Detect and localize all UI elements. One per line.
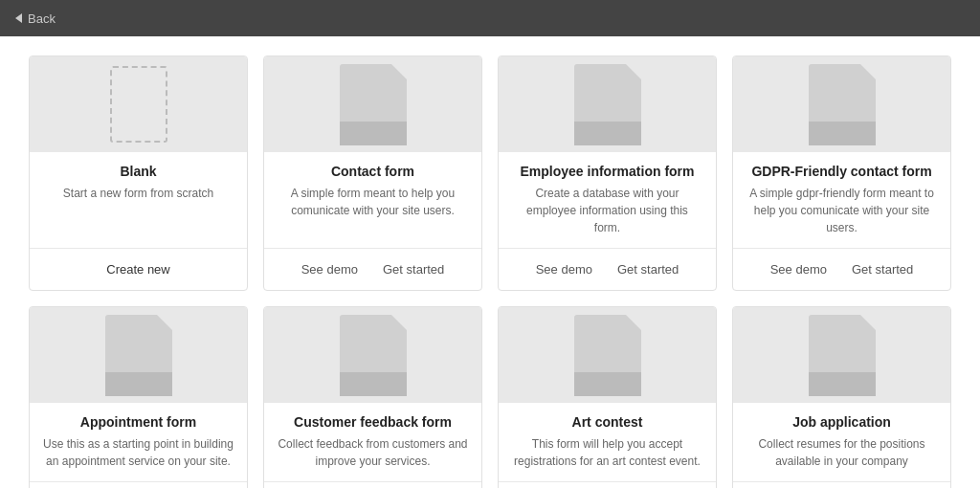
card-thumbnail-contact-form	[264, 56, 481, 152]
card-body-customer-feedback: Customer feedback formCollect feedback f…	[264, 403, 481, 481]
card-thumbnail-appointment	[30, 307, 247, 403]
blank-form-icon	[110, 66, 167, 143]
form-template-icon	[340, 64, 407, 145]
card-body-art-contest: Art contestThis form will help you accep…	[499, 403, 716, 481]
card-body-job-application: Job applicationCollect resumes for the p…	[733, 403, 950, 481]
card-appointment: Appointment formUse this as a starting p…	[29, 306, 248, 488]
card-body-employee-information: Employee information formCreate a databa…	[499, 152, 716, 248]
see-demo-button-contact-form[interactable]: See demo	[294, 258, 366, 280]
get-started-button-gdpr-contact[interactable]: Get started	[844, 258, 921, 280]
card-desc-job-application: Collect resumes for the positions availa…	[746, 435, 937, 470]
card-thumbnail-customer-feedback	[264, 307, 481, 403]
card-desc-appointment: Use this as a starting point in building…	[43, 435, 234, 470]
card-title-appointment: Appointment form	[43, 414, 234, 430]
card-thumbnail-blank	[30, 56, 247, 152]
form-template-icon	[340, 315, 407, 396]
card-title-customer-feedback: Customer feedback form	[278, 414, 468, 430]
card-desc-contact-form: A simple form meant to help you comunica…	[278, 185, 468, 236]
card-actions-art-contest: See demoGet started	[499, 481, 716, 488]
get-started-button-contact-form[interactable]: Get started	[375, 258, 452, 280]
card-art-contest: Art contestThis form will help you accep…	[498, 306, 717, 488]
card-title-art-contest: Art contest	[512, 414, 702, 430]
back-button[interactable]: Back	[15, 11, 56, 26]
card-actions-appointment: See demoGet started	[30, 481, 247, 488]
form-template-icon	[574, 315, 641, 396]
form-template-icon	[105, 315, 172, 396]
card-desc-employee-information: Create a database with your employee inf…	[512, 185, 702, 236]
get-started-button-employee-information[interactable]: Get started	[610, 258, 686, 280]
card-body-contact-form: Contact formA simple form meant to help …	[264, 152, 481, 248]
templates-grid: BlankStart a new form from scratchCreate…	[29, 55, 951, 488]
card-thumbnail-employee-information	[499, 56, 716, 152]
card-actions-gdpr-contact: See demoGet started	[733, 248, 950, 290]
card-contact-form: Contact formA simple form meant to help …	[263, 55, 482, 291]
form-template-icon	[809, 64, 876, 145]
form-template-icon	[574, 64, 641, 145]
card-actions-contact-form: See demoGet started	[264, 248, 481, 290]
top-navigation: Back	[0, 0, 980, 36]
card-customer-feedback: Customer feedback formCollect feedback f…	[263, 306, 482, 488]
card-title-employee-information: Employee information form	[512, 164, 702, 179]
main-content: BlankStart a new form from scratchCreate…	[0, 36, 980, 488]
card-desc-customer-feedback: Collect feedback from customers and impr…	[278, 435, 468, 470]
card-title-job-application: Job application	[746, 414, 937, 430]
card-desc-blank: Start a new form from scratch	[43, 185, 234, 236]
see-demo-button-employee-information[interactable]: See demo	[528, 258, 600, 280]
card-thumbnail-job-application	[733, 307, 950, 403]
card-actions-customer-feedback: See demoGet started	[264, 481, 481, 488]
card-thumbnail-art-contest	[499, 307, 716, 403]
see-demo-button-gdpr-contact[interactable]: See demo	[763, 258, 835, 280]
form-template-icon	[809, 315, 876, 396]
card-title-contact-form: Contact form	[278, 164, 468, 179]
card-body-blank: BlankStart a new form from scratch	[30, 152, 247, 248]
card-employee-information: Employee information formCreate a databa…	[498, 55, 717, 291]
card-body-gdpr-contact: GDPR-Friendly contact formA simple gdpr-…	[733, 152, 950, 248]
card-thumbnail-gdpr-contact	[733, 56, 950, 152]
card-desc-art-contest: This form will help you accept registrat…	[512, 435, 702, 470]
card-title-gdpr-contact: GDPR-Friendly contact form	[746, 164, 937, 179]
card-body-appointment: Appointment formUse this as a starting p…	[30, 403, 247, 481]
card-actions-blank: Create new	[30, 248, 247, 290]
back-label: Back	[28, 11, 56, 26]
card-blank: BlankStart a new form from scratchCreate…	[29, 55, 248, 291]
card-title-blank: Blank	[43, 164, 234, 179]
card-job-application: Job applicationCollect resumes for the p…	[732, 306, 951, 488]
create-new-button-blank[interactable]: Create new	[99, 258, 177, 280]
card-actions-job-application: See demoGet started	[733, 481, 950, 488]
card-gdpr-contact: GDPR-Friendly contact formA simple gdpr-…	[732, 55, 951, 291]
chevron-left-icon	[15, 13, 22, 23]
card-desc-gdpr-contact: A simple gdpr-friendly form meant to hel…	[746, 185, 937, 236]
card-actions-employee-information: See demoGet started	[499, 248, 716, 290]
